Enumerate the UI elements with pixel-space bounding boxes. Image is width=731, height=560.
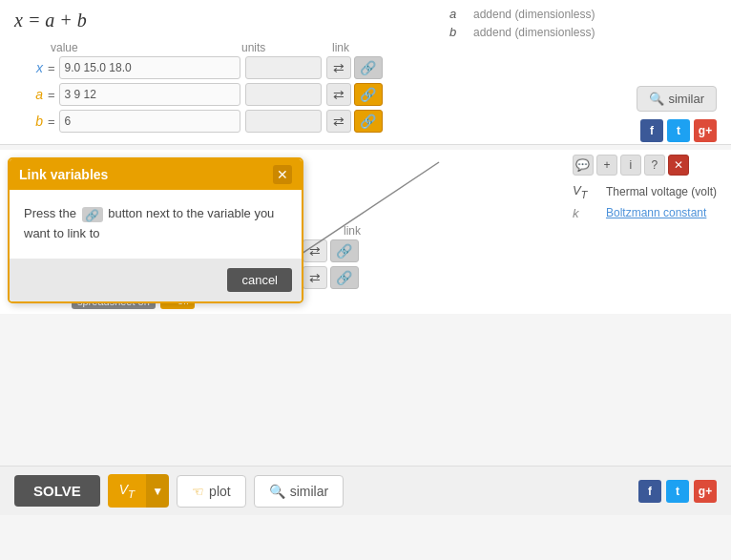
top-right-panel: a addend (dimensionless) b addend (dimen… [449,5,717,41]
variable-selector: VT ▼ [108,474,169,508]
var-link-tavg[interactable]: 🔗 [330,266,359,289]
facebook-icon-bottom[interactable]: f [638,480,661,503]
right-var-name-b: b [449,25,473,39]
right-var-row-b: b addend (dimensionless) [449,23,717,41]
twitter-icon-top[interactable]: t [667,119,690,142]
search-icon: 🔍 [649,92,664,106]
right-var-desc-b: addend (dimensionless) [473,26,595,39]
var-label-b: b [14,114,48,129]
var-arrow-vt[interactable]: ⇄ [303,239,327,262]
plot-button[interactable]: ☜ plot [177,475,246,508]
col-header-units: units [241,41,327,54]
modal-title: Link variables [19,167,108,182]
plot-icon: ☜ [192,484,204,499]
bottom-col-link: link [344,224,382,238]
variable-button[interactable]: VT [108,474,146,508]
var-arrow-x[interactable]: ⇄ [326,56,351,79]
var-row-b: b = ⇄ 🔗 [14,110,717,133]
similar-button-top[interactable]: 🔍 similar [637,86,717,112]
equals-a: = [48,88,55,102]
chat-toolbar-btn[interactable]: 💬 [573,155,594,176]
modal-header: Link variables ✕ [10,159,302,190]
var-label-x: x [14,60,48,75]
modal-close-button[interactable]: ✕ [273,165,292,184]
equals-b: = [48,114,55,129]
googleplus-icon-top[interactable]: g+ [694,119,717,142]
search-icon-bottom: 🔍 [269,484,285,499]
var-arrow-b[interactable]: ⇄ [326,110,351,133]
modal-text-before: Press the [24,206,76,220]
var-link-x[interactable]: 🔗 [354,56,383,79]
var-link-b[interactable]: 🔗 [354,110,383,133]
similar-button-bottom[interactable]: 🔍 similar [254,475,344,508]
var-input-b[interactable] [59,110,240,133]
add-toolbar-btn[interactable]: + [596,155,617,176]
right-var-name-a: a [449,7,473,21]
var-arrow-tavg[interactable]: ⇄ [303,266,327,289]
right-desc-k[interactable]: Boltzmann constant [606,206,706,219]
right-name-vt: VT [573,183,606,200]
variable-dropdown[interactable]: ▼ [146,474,169,508]
var-units-x[interactable] [245,56,322,79]
social-icons-bottom: f t g+ [638,480,717,503]
col-header-value: value [51,41,237,54]
var-label-a: a [14,87,48,102]
right-desc-vt: Thermal voltage (volt) [606,185,717,198]
var-row-a: a = ⇄ 🔗 [14,83,717,106]
googleplus-icon-bottom[interactable]: g+ [694,480,717,503]
right-name-k: k [573,206,606,220]
var-input-a[interactable] [59,83,240,106]
link-variables-modal: Link variables ✕ Press the 🔗 button next… [8,157,303,303]
cancel-button[interactable]: cancel [227,268,292,292]
link-icon-inline: 🔗 [82,207,103,222]
modal-footer: cancel [10,259,302,301]
right-var-vt: VT Thermal voltage (volt) [573,180,717,203]
close-toolbar-btn[interactable]: ✕ [668,155,689,176]
equals-x: = [48,61,55,75]
right-var-row-a: a addend (dimensionless) [449,5,717,23]
twitter-icon-bottom[interactable]: t [666,480,689,503]
info-toolbar-btn[interactable]: i [620,155,641,176]
var-link-vt[interactable]: 🔗 [330,239,359,262]
var-row-x: x = ⇄ 🔗 [14,56,717,79]
modal-body: Press the 🔗 button next to the variable … [10,190,302,259]
right-var-desc-a: addend (dimensionless) [473,8,595,21]
var-input-x[interactable] [59,56,240,79]
help-toolbar-btn[interactable]: ? [644,155,665,176]
var-units-b[interactable] [245,110,322,133]
col-header-link: link [332,41,370,54]
var-arrow-a[interactable]: ⇄ [326,83,351,106]
solve-button[interactable]: SOLVE [14,475,100,507]
bottom-toolbar: SOLVE VT ▼ ☜ plot 🔍 similar f t g+ [0,466,731,515]
var-units-a[interactable] [245,83,322,106]
var-link-a[interactable]: 🔗 [354,83,383,106]
facebook-icon-top[interactable]: f [640,119,663,142]
panel-toolbar: 💬 + i ? ✕ [573,155,717,176]
